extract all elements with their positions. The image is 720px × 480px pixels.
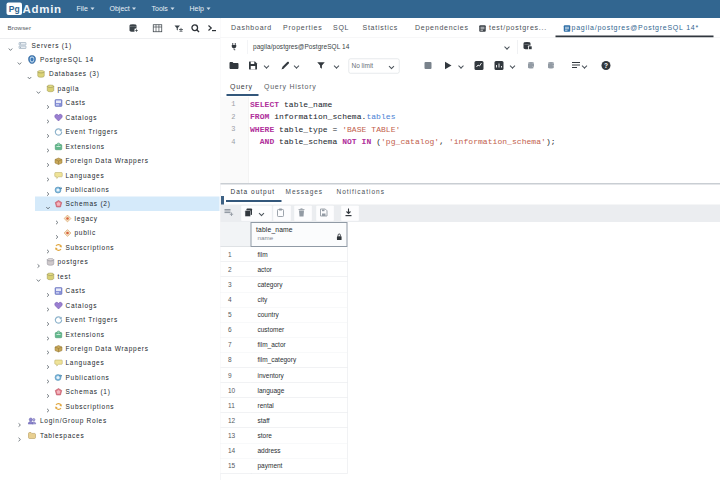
svg-text:?: ? xyxy=(604,62,608,69)
